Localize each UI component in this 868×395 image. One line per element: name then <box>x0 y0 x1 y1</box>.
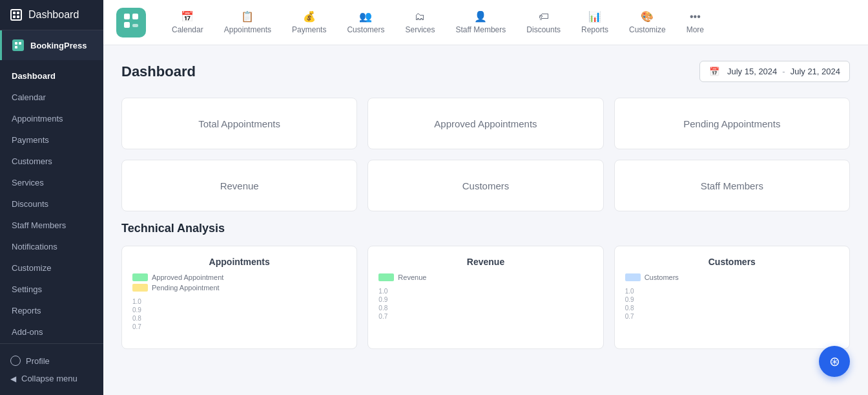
svg-rect-8 <box>132 14 138 19</box>
chart-y-labels: 1.00.90.80.7 <box>378 288 592 320</box>
topbar-nav-item-services[interactable]: 🗂Services <box>395 6 445 39</box>
help-icon: ⊛ <box>829 354 840 369</box>
sidebar-item-add-ons[interactable]: Add-ons <box>0 321 103 343</box>
chart-legend: Revenue <box>378 273 592 281</box>
y-axis-label: 0.7 <box>625 313 839 320</box>
collapse-label: Collapse menu <box>21 374 78 383</box>
sidebar-dashboard-header[interactable]: Dashboard <box>0 0 103 30</box>
svg-rect-5 <box>19 42 21 45</box>
legend-color <box>132 273 148 281</box>
y-axis-label: 1.0 <box>378 288 592 295</box>
svg-rect-0 <box>13 12 16 14</box>
topbar-icon-reports: 📊 <box>588 10 601 23</box>
topbar-nav: 📅Calendar📋Appointments💰Payments👥Customer… <box>161 5 855 39</box>
svg-rect-2 <box>13 16 16 18</box>
chart-y-labels: 1.00.90.80.7 <box>625 288 839 320</box>
topbar-icon-calendar: 📅 <box>181 10 194 23</box>
chart-title: Customers <box>625 257 839 267</box>
svg-rect-9 <box>124 22 130 28</box>
sidebar-brand: BookingPress <box>0 30 103 60</box>
sidebar-item-customers[interactable]: Customers <box>0 151 103 172</box>
legend-item: Revenue <box>378 273 592 281</box>
chart-card-appointments: Appointments Approved Appointment Pendin… <box>121 246 357 349</box>
topbar-nav-item-payments[interactable]: 💰Payments <box>282 5 336 39</box>
technical-analysis-section: Technical Analysis Appointments Approved… <box>121 222 850 349</box>
topbar-logo <box>116 8 146 37</box>
topbar-icon-more: ••• <box>690 11 701 23</box>
calendar-icon: 📅 <box>709 67 719 76</box>
chart-legend: Customers <box>625 273 839 281</box>
stat-card-approved-appointments: Approved Appointments <box>367 98 603 149</box>
chart-title: Appointments <box>132 257 346 267</box>
stat-card-customers: Customers <box>367 160 603 211</box>
topbar-nav-item-staff-members[interactable]: 👤Staff Members <box>445 5 516 39</box>
brand-label: BookingPress <box>30 41 87 50</box>
y-axis-label: 0.7 <box>132 323 346 330</box>
stat-cards: Total AppointmentsApproved AppointmentsP… <box>121 98 850 211</box>
legend-label: Approved Appointment <box>152 273 223 281</box>
legend-label: Revenue <box>398 273 426 281</box>
sidebar-item-dashboard[interactable]: Dashboard <box>0 65 103 87</box>
legend-item: Approved Appointment <box>132 273 346 281</box>
y-axis-label: 0.9 <box>378 296 592 303</box>
stat-card-staff-members: Staff Members <box>614 160 850 211</box>
y-axis-label: 0.8 <box>378 304 592 312</box>
y-axis-label: 1.0 <box>132 298 346 305</box>
topbar-icon-services: 🗂 <box>415 11 425 23</box>
topbar-nav-item-discounts[interactable]: 🏷Discounts <box>516 6 571 39</box>
sidebar-item-customize[interactable]: Customize <box>0 257 103 279</box>
chart-y-labels: 1.00.90.80.7 <box>132 298 346 330</box>
sidebar-item-appointments[interactable]: Appointments <box>0 108 103 129</box>
sidebar-item-discounts[interactable]: Discounts <box>0 193 103 215</box>
topbar-nav-item-appointments[interactable]: 📋Appointments <box>214 5 282 39</box>
topbar-icon-customers: 👥 <box>359 10 372 23</box>
date-end: July 21, 2024 <box>790 67 840 76</box>
legend-item: Pending Appointment <box>132 284 346 292</box>
sidebar-footer: Profile ◀ Collapse menu <box>0 343 103 395</box>
date-start: July 15, 2024 <box>727 67 777 76</box>
stat-card-revenue: Revenue <box>121 160 357 211</box>
brand-icon <box>12 39 24 51</box>
sidebar-item-services[interactable]: Services <box>0 172 103 193</box>
svg-rect-1 <box>17 12 19 14</box>
chart-card-revenue: Revenue Revenue 1.00.90.80.7 <box>367 246 603 349</box>
dashboard-header: Dashboard 📅 July 15, 2024 - July 21, 202… <box>121 61 850 82</box>
sidebar: Dashboard BookingPress DashboardCalendar… <box>0 0 103 395</box>
profile-item[interactable]: Profile <box>10 352 93 370</box>
profile-label: Profile <box>26 356 50 366</box>
legend-label: Pending Appointment <box>152 284 220 292</box>
sidebar-item-payments[interactable]: Payments <box>0 129 103 151</box>
legend-color <box>132 284 148 292</box>
profile-icon <box>10 356 21 366</box>
svg-rect-10 <box>132 24 138 27</box>
sidebar-item-notifications[interactable]: Notifications <box>0 236 103 257</box>
stat-card-pending-appointments: Pending Appointments <box>614 98 850 149</box>
sidebar-item-reports[interactable]: Reports <box>0 300 103 321</box>
date-separator: - <box>782 67 785 76</box>
topbar: 📅Calendar📋Appointments💰Payments👥Customer… <box>103 0 868 45</box>
sidebar-item-staff-members[interactable]: Staff Members <box>0 215 103 236</box>
y-axis-label: 0.9 <box>132 306 346 314</box>
chart-title: Revenue <box>378 257 592 267</box>
topbar-icon-payments: 💰 <box>303 10 316 23</box>
svg-rect-3 <box>17 16 19 18</box>
help-fab[interactable]: ⊛ <box>819 346 850 377</box>
topbar-nav-item-reports[interactable]: 📊Reports <box>571 5 619 39</box>
topbar-nav-item-calendar[interactable]: 📅Calendar <box>161 5 214 39</box>
y-axis-label: 0.8 <box>625 304 839 312</box>
sidebar-item-calendar[interactable]: Calendar <box>0 87 103 108</box>
sidebar-nav: DashboardCalendarAppointmentsPaymentsCus… <box>0 60 103 343</box>
date-range-picker[interactable]: 📅 July 15, 2024 - July 21, 2024 <box>699 61 850 82</box>
svg-rect-7 <box>124 14 130 19</box>
collapse-menu-button[interactable]: ◀ Collapse menu <box>10 370 93 387</box>
y-axis-label: 0.7 <box>378 313 592 320</box>
topbar-icon-staff members: 👤 <box>474 10 487 23</box>
sidebar-item-settings[interactable]: Settings <box>0 279 103 300</box>
main: 📅Calendar📋Appointments💰Payments👥Customer… <box>103 0 868 395</box>
legend-color <box>378 273 394 281</box>
topbar-icon-discounts: 🏷 <box>539 11 549 23</box>
legend-item: Customers <box>625 273 839 281</box>
topbar-nav-item-customers[interactable]: 👥Customers <box>336 5 395 39</box>
topbar-nav-item-customize[interactable]: 🎨Customize <box>619 5 676 39</box>
topbar-nav-item-more[interactable]: •••More <box>676 6 714 39</box>
